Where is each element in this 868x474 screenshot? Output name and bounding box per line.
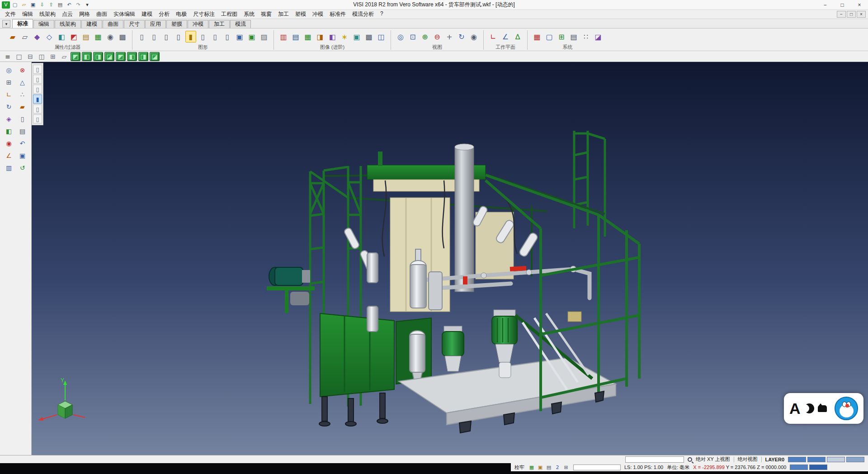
filter-color-icon[interactable]: ▦ [93,31,104,43]
snap-settings-icon[interactable]: ⊞ [3,77,15,88]
tab-modeling[interactable]: 建模 [81,20,102,28]
lighting-icon[interactable]: ∗ [339,31,350,43]
filter-meshes-pill[interactable]: ▯ [33,104,42,114]
attribute-copy-icon[interactable]: ▱ [19,31,30,43]
system-grid-icon[interactable]: ⊞ [556,31,567,43]
menu-item[interactable]: 塑模 [292,10,309,18]
filter-solid-icon[interactable]: ◩ [68,31,79,43]
shading-icon[interactable]: ▥ [278,31,289,43]
view-cube-top-icon[interactable]: ◧ [82,52,92,61]
select-icon[interactable]: ◎ [3,65,15,76]
zoom-out-icon[interactable]: ⊖ [432,31,443,43]
clipboard-icon[interactable]: ▯ [17,114,28,124]
view-menu-icon[interactable]: ≡ [3,52,13,61]
filter-drawings-pill[interactable]: ▯ [33,114,42,123]
menu-item[interactable]: 分析 [156,10,173,18]
filter-curves-pill[interactable]: ▯ [33,75,42,84]
redo-icon[interactable]: ↷ [74,1,82,9]
mdi-minimize-button[interactable]: − [837,11,846,18]
new-document-icon[interactable]: ▢ [11,1,19,9]
filter-element-icon[interactable]: ◆ [32,31,42,43]
graphics-list-icon[interactable]: ▯ [137,31,147,43]
filter-all-icon[interactable]: ▩ [117,31,128,43]
edit-geometry-icon[interactable]: △ [17,77,28,88]
filter-surfaces-pill[interactable]: ▯ [33,85,42,94]
layer-color-swatch[interactable] [827,457,845,462]
menu-item[interactable]: 编辑 [19,10,36,18]
mdi-restore-button[interactable]: □ [847,11,856,18]
measure-icon[interactable]: ∟ [3,89,15,100]
hidden-line-icon[interactable]: ▦ [302,31,313,43]
graphics-database-icon[interactable]: ▣ [234,31,245,43]
layer-color-swatch[interactable] [788,457,806,462]
attribute-edit-icon[interactable]: ▰ [7,31,18,43]
graphics-pill3-icon[interactable]: ▯ [198,31,208,43]
menu-item[interactable]: 工程图 [218,10,241,18]
system-colors-icon[interactable]: ▦ [532,31,542,43]
graphics-database2-icon[interactable]: ▣ [246,31,257,43]
compass-icon[interactable]: ◉ [3,138,15,149]
menu-item[interactable]: 曲面 [93,10,110,18]
view-cube-bottom-icon[interactable]: ◨ [138,52,148,61]
tab-standard[interactable]: 标准 [12,19,33,28]
clip-plane-icon[interactable]: ◧ [327,31,338,43]
menu-item[interactable]: 实体编辑 [110,10,138,18]
tab-wireframe[interactable]: 线架构 [55,20,81,28]
tab-machining[interactable]: 加工 [209,20,230,28]
graphics-cylinder-icon[interactable]: ▯ [149,31,160,43]
snap-label[interactable]: 栓牢 [514,464,524,471]
menu-item[interactable]: 加工 [275,10,292,18]
menu-item[interactable]: 系统 [241,10,258,18]
view-plane-icon[interactable]: ◧ [3,126,15,137]
window-cascade-icon[interactable]: ▱ [59,52,69,61]
open-file-icon[interactable]: ▱ [20,1,28,9]
filter-surface-icon[interactable]: ◧ [56,31,67,43]
active-layer-label[interactable]: LAYER0 [765,457,784,462]
menu-item[interactable]: 模流分析 [349,10,377,18]
tab-application[interactable]: 应用 [145,20,166,28]
refresh-icon[interactable]: ↺ [17,162,28,173]
menu-item[interactable]: 标准件 [326,10,349,18]
window-single-icon[interactable]: □ [14,52,24,61]
angle-icon[interactable]: ∠ [3,150,15,161]
workplane-3point-icon[interactable]: ∠ [500,31,511,43]
menu-item[interactable]: 线架构 [36,10,59,18]
export-icon[interactable]: ⇧ [47,1,55,9]
mdi-close-button[interactable]: × [857,11,866,18]
view-cube-front-icon[interactable]: ◨ [93,52,103,61]
filter-layer-icon[interactable]: ▤ [80,31,91,43]
view-search-input[interactable] [625,456,684,463]
report-icon[interactable]: ▥ [3,162,15,173]
viewport-3d[interactable]: Y ▯▯▯▮▯▯ A [32,62,868,455]
status-print-icon[interactable]: ▤ [545,464,552,470]
status-command-input[interactable] [573,465,621,470]
zoom-window-icon[interactable]: ⊡ [407,31,418,43]
workplane-view-icon[interactable]: ∆ [512,31,523,43]
graphics-render-icon[interactable]: ▨ [259,31,269,43]
menu-item[interactable]: ? [377,10,387,17]
menu-item[interactable]: 网格 [76,10,93,18]
pan-view-icon[interactable]: + [444,31,455,43]
save-icon[interactable]: ▣ [29,1,37,9]
print-icon[interactable]: ▤ [56,1,64,9]
tab-flow[interactable]: 模流 [230,20,251,28]
draw-icon[interactable]: ▰ [17,101,28,112]
view-visibility-icon[interactable]: ◉ [468,31,479,43]
status-image-icon[interactable]: ▦ [528,464,535,470]
view-cube-left-icon[interactable]: ◩ [116,52,126,61]
dynamic-rotate-icon[interactable]: ↻ [3,101,15,112]
graphics-highlight-icon[interactable]: ▮ [185,31,196,43]
menu-item[interactable]: 点云 [59,10,76,18]
menu-item[interactable]: 尺寸标注 [190,10,218,18]
window-vertical-icon[interactable]: ◫ [37,52,47,61]
window-horizontal-icon[interactable]: ⊟ [25,52,35,61]
material-icon[interactable]: ▣ [351,31,362,43]
system-settings-icon[interactable]: ∷ [580,31,591,43]
zoom-in-icon[interactable]: ⊕ [420,31,430,43]
status-capture-icon[interactable]: ▣ [537,464,544,470]
menu-item[interactable]: 文件 [2,10,19,18]
rotate-view-icon[interactable]: ↻ [456,31,467,43]
viewport-3d-canvas[interactable]: Y [32,62,868,455]
view-cube-iso2-icon[interactable]: ◪ [150,52,160,61]
graphics-pill5-icon[interactable]: ▯ [222,31,233,43]
